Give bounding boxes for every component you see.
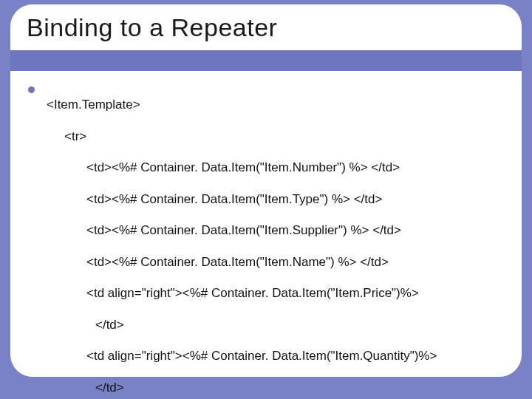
code-line: <td><%# Container. Data.Item("Item.Type"…: [47, 191, 437, 207]
code-line: <td><%# Container. Data.Item("Item.Numbe…: [47, 160, 437, 175]
code-line: <td align="right"><%# Container. Data.It…: [47, 285, 437, 301]
code-line: <td><%# Container. Data.Item("Item.Name"…: [47, 254, 437, 270]
code-block: <Item.Template> <tr> <td><%# Container. …: [47, 81, 437, 399]
code-line: </td>: [47, 380, 437, 395]
code-line: <td><%# Container. Data.Item("Item.Suppl…: [47, 222, 437, 238]
slide-body: <Item.Template> <tr> <td><%# Container. …: [28, 81, 504, 362]
code-line: </td>: [47, 317, 437, 332]
bullet-item: <Item.Template> <tr> <td><%# Container. …: [28, 81, 504, 399]
code-line: <td align="right"><%# Container. Data.It…: [47, 348, 437, 364]
code-line: <tr>: [47, 129, 437, 144]
bullet-icon: [28, 86, 35, 93]
code-line: <Item.Template>: [47, 97, 437, 112]
